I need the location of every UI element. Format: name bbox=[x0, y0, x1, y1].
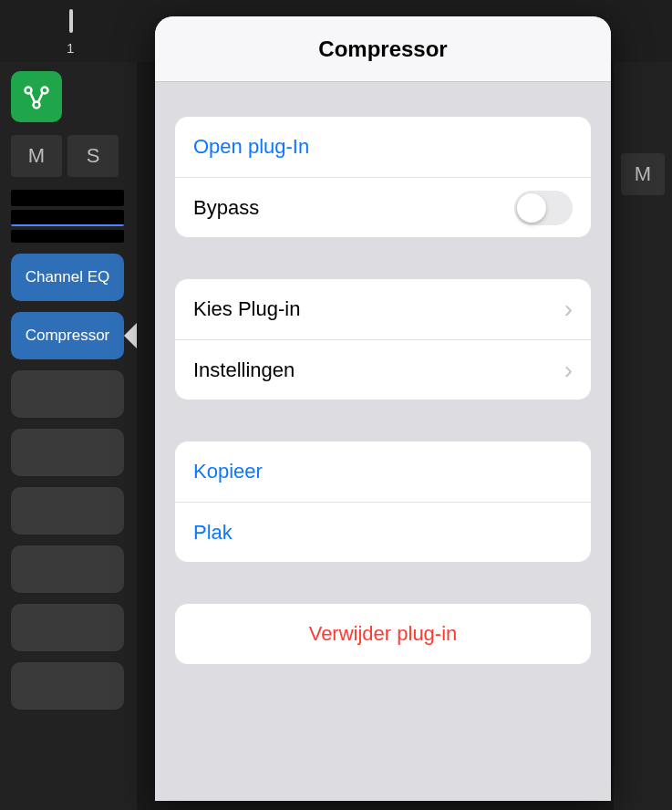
ruler-number-1: 1 bbox=[67, 40, 74, 56]
bypass-row[interactable]: Bypass bbox=[175, 177, 591, 237]
open-plugin-row[interactable]: Open plug-In bbox=[175, 117, 591, 177]
plugin-slot-channel-eq[interactable]: Channel EQ bbox=[11, 254, 124, 301]
meter-bar bbox=[11, 230, 124, 243]
plugin-slot-empty[interactable] bbox=[11, 429, 124, 476]
copy-row[interactable]: Kopieer bbox=[175, 441, 591, 502]
mute-button-right[interactable]: M bbox=[621, 153, 665, 195]
copy-label: Kopieer bbox=[193, 460, 263, 483]
meter-bar bbox=[11, 210, 124, 226]
settings-row[interactable]: Instellingen › bbox=[175, 339, 591, 400]
delete-plugin-label: Verwijder plug-in bbox=[309, 622, 458, 646]
toggle-knob bbox=[517, 193, 546, 223]
plugin-slot-empty[interactable] bbox=[11, 370, 124, 418]
popover-group-2: Kies Plug-in › Instellingen › bbox=[175, 279, 591, 400]
svg-point-2 bbox=[34, 102, 40, 109]
popover-group-4: Verwijder plug-in bbox=[175, 604, 591, 664]
settings-label: Instellingen bbox=[193, 358, 295, 382]
routing-button[interactable] bbox=[11, 71, 62, 122]
choose-plugin-label: Kies Plug-in bbox=[193, 297, 300, 321]
plugin-slot-compressor[interactable]: Compressor bbox=[11, 312, 124, 359]
solo-button[interactable]: S bbox=[67, 135, 119, 177]
ruler-tick bbox=[69, 9, 73, 33]
chevron-right-icon: › bbox=[564, 296, 573, 322]
meter-bar bbox=[11, 190, 124, 206]
popover-title: Compressor bbox=[155, 16, 611, 82]
mute-label: M bbox=[635, 162, 651, 186]
popover-title-text: Compressor bbox=[318, 36, 447, 62]
delete-plugin-row[interactable]: Verwijder plug-in bbox=[175, 604, 591, 664]
paste-row[interactable]: Plak bbox=[175, 502, 591, 562]
plugin-slot-empty[interactable] bbox=[11, 662, 124, 710]
channel-strip: M S Channel EQ Compressor bbox=[0, 62, 137, 810]
bypass-label: Bypass bbox=[193, 196, 259, 220]
plugin-slot-empty[interactable] bbox=[11, 604, 124, 651]
level-meter bbox=[11, 190, 124, 243]
plugin-label: Compressor bbox=[26, 327, 110, 345]
plugin-slot-empty[interactable] bbox=[11, 487, 124, 535]
solo-label: S bbox=[87, 144, 100, 168]
choose-plugin-row[interactable]: Kies Plug-in › bbox=[175, 279, 591, 339]
popover-pointer-icon bbox=[124, 323, 137, 348]
open-plugin-label: Open plug-In bbox=[193, 135, 309, 159]
bypass-toggle[interactable] bbox=[514, 191, 573, 225]
mute-button[interactable]: M bbox=[11, 135, 62, 177]
popover-group-3: Kopieer Plak bbox=[175, 441, 591, 562]
right-channel-strip: M bbox=[614, 62, 672, 810]
paste-label: Plak bbox=[193, 521, 233, 545]
plugin-context-popover: Compressor Open plug-In Bypass Kies Plug… bbox=[155, 16, 611, 801]
chevron-right-icon: › bbox=[564, 358, 573, 383]
routing-icon bbox=[21, 81, 52, 112]
plugin-label: Channel EQ bbox=[26, 268, 110, 286]
mute-label: M bbox=[28, 144, 45, 168]
plugin-slot-empty[interactable] bbox=[11, 545, 124, 593]
popover-group-1: Open plug-In Bypass bbox=[175, 117, 591, 237]
